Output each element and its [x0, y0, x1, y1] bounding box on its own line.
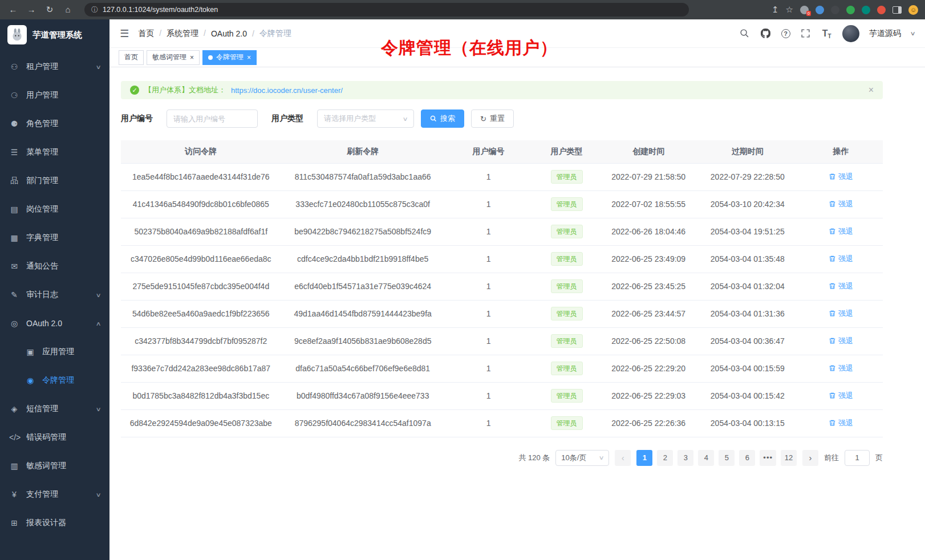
table-row: 41c41346a548490f9dc8b01c6bfe0865 333ecfc…	[121, 190, 883, 218]
sidebar-item-tenant[interactable]: ⚇租户管理∨	[0, 52, 109, 81]
reload-icon[interactable]: ↻	[43, 0, 56, 19]
sidebar-item-sensitive-word[interactable]: ▥敏感词管理	[0, 452, 109, 480]
cell-access-token: 1ea5e44f8bc1467aaede43144f31de76	[121, 163, 281, 190]
table-row: 6d842e2924594de9a09e45e087323abe 8796295…	[121, 409, 883, 437]
pager-page-12[interactable]: 12	[781, 450, 797, 466]
pager-page-5[interactable]: 5	[719, 450, 735, 466]
alert-doc-link[interactable]: https://doc.iocoder.cn/user-center/	[231, 86, 343, 95]
puzzle-extension-icon[interactable]	[877, 6, 886, 14]
alert-close-icon[interactable]: ×	[869, 85, 874, 95]
home-icon[interactable]: ⌂	[62, 0, 74, 19]
extension-icon[interactable]	[831, 6, 839, 14]
app-icon: ▣	[25, 347, 35, 356]
browser-profile-avatar[interactable]: ☺	[908, 5, 918, 15]
tab-close-icon[interactable]: ×	[247, 54, 251, 62]
chevron-down-icon: ∨	[95, 406, 101, 412]
pager-page-3[interactable]: 3	[677, 450, 693, 466]
reset-button[interactable]: ↻ 重置	[471, 109, 514, 128]
sidebar-item-oauth2-app[interactable]: ▣应用管理	[0, 338, 109, 366]
sidebar-item-user[interactable]: ⚆用户管理	[0, 81, 109, 109]
cell-actions: 强退	[799, 300, 883, 327]
url-bar[interactable]: ⓘ 127.0.0.1:1024/system/oauth2/token	[84, 3, 689, 17]
extension-icon[interactable]	[816, 6, 824, 14]
cell-user-id: 1	[445, 273, 533, 300]
table-row: b0d1785bc3a8482f812db4a3f3bd15ec b0df498…	[121, 382, 883, 409]
sidebar-item-sms[interactable]: ◈短信管理∨	[0, 395, 109, 423]
pager-page-6[interactable]: 6	[739, 450, 755, 466]
breadcrumb-item-home[interactable]: 首页	[138, 29, 161, 39]
chevron-down-icon: ∨	[95, 64, 101, 70]
back-icon[interactable]: ←	[7, 0, 19, 19]
sidebar-item-dept[interactable]: 品部门管理	[0, 167, 109, 195]
collapse-sidebar-icon[interactable]: ☰	[120, 27, 129, 40]
force-logout-button[interactable]: 强退	[829, 363, 853, 374]
user-type-tag: 管理员	[551, 225, 583, 238]
cell-actions: 强退	[799, 273, 883, 300]
sidebar-item-post[interactable]: ▤岗位管理	[0, 195, 109, 224]
app-logo-row[interactable]: 芋道管理系统	[0, 19, 109, 50]
force-logout-button[interactable]: 强退	[829, 391, 853, 401]
chevron-down-icon[interactable]: ∨	[910, 30, 915, 36]
force-logout-button[interactable]: 强退	[829, 226, 853, 237]
tab-oauth2-token[interactable]: 令牌管理×	[202, 50, 257, 65]
sidebar-item-label: 错误码管理	[26, 432, 100, 443]
sidebar-item-oauth2[interactable]: ◎OAuth 2.0∧	[0, 309, 109, 338]
user-avatar[interactable]	[842, 25, 859, 42]
force-logout-button[interactable]: 强退	[829, 199, 853, 209]
user-type-tag: 管理员	[551, 389, 583, 403]
cell-access-token: c347026e805e4d99b0d116eae66eda8c	[121, 245, 281, 273]
cell-refresh-token: be90422b8c7946218275a508bf524fc9	[281, 218, 445, 245]
share-icon[interactable]: ↥	[772, 0, 779, 19]
bookmark-star-icon[interactable]: ☆	[786, 0, 793, 19]
sidebar-item-report[interactable]: ⊞报表设计器	[0, 509, 109, 537]
sidebar-item-menu[interactable]: ☰菜单管理	[0, 138, 109, 167]
trash-icon	[829, 337, 836, 344]
sidebar-item-audit-log[interactable]: ✎审计日志∨	[0, 281, 109, 309]
cell-user-id: 1	[445, 163, 533, 190]
fullscreen-icon[interactable]	[800, 28, 812, 39]
pager-page-1[interactable]: 1	[636, 450, 652, 466]
side-panel-icon[interactable]	[892, 6, 902, 14]
font-size-icon[interactable]: T	[821, 28, 833, 39]
force-logout-button[interactable]: 强退	[829, 309, 853, 319]
goto-page-input[interactable]	[845, 450, 870, 466]
pager-page-4[interactable]: 4	[698, 450, 714, 466]
sidebar-item-pay[interactable]: ¥支付管理∨	[0, 480, 109, 509]
force-logout-button[interactable]: 强退	[829, 254, 853, 264]
extension-icon[interactable]	[800, 6, 809, 14]
tab-home[interactable]: 首页	[119, 50, 144, 65]
site-info-icon[interactable]: ⓘ	[91, 5, 98, 15]
force-logout-button[interactable]: 强退	[829, 336, 853, 346]
sidebar-item-oauth2-token[interactable]: ◉令牌管理	[0, 366, 109, 395]
page-size-select[interactable]: 10条/页 ∨	[555, 450, 609, 466]
tab-sensitive-word[interactable]: 敏感词管理×	[147, 50, 200, 65]
pagination: 共 120 条 10条/页 ∨ ‹ 123456•••12 › 前往 页	[121, 450, 883, 466]
sidebar-item-notice[interactable]: ✉通知公告	[0, 252, 109, 281]
search-button[interactable]: 搜索	[421, 109, 464, 128]
search-icon[interactable]	[739, 28, 750, 39]
pager-page-2[interactable]: 2	[657, 450, 673, 466]
github-icon[interactable]	[760, 28, 772, 39]
force-logout-button[interactable]: 强退	[829, 418, 853, 428]
tab-close-icon[interactable]: ×	[190, 54, 194, 62]
pager-prev-button[interactable]: ‹	[615, 450, 631, 466]
force-logout-button[interactable]: 强退	[829, 172, 853, 182]
pager-next-button[interactable]: ›	[802, 450, 818, 466]
username[interactable]: 芋道源码	[869, 29, 901, 39]
sidebar-item-dict[interactable]: ▦字典管理	[0, 224, 109, 252]
breadcrumb-item-system[interactable]: 系统管理	[167, 29, 206, 39]
force-logout-button[interactable]: 强退	[829, 281, 853, 291]
user-type-tag: 管理员	[551, 416, 583, 430]
extension-icon[interactable]	[846, 6, 855, 14]
pager-more-button[interactable]: •••	[760, 450, 776, 466]
trash-icon	[829, 364, 836, 372]
breadcrumb-item-oauth2[interactable]: OAuth 2.0	[211, 29, 254, 38]
cell-actions: 强退	[799, 190, 883, 218]
extension-icon[interactable]	[862, 6, 870, 14]
sidebar-item-role[interactable]: ⚈角色管理	[0, 109, 109, 138]
help-icon[interactable]: ?	[781, 29, 790, 38]
forward-icon[interactable]: →	[25, 0, 38, 19]
sidebar-item-error-code[interactable]: </>错误码管理	[0, 423, 109, 452]
user-type-select[interactable]: 请选择用户类型 ∨	[317, 109, 414, 128]
user-id-input[interactable]	[167, 109, 258, 128]
